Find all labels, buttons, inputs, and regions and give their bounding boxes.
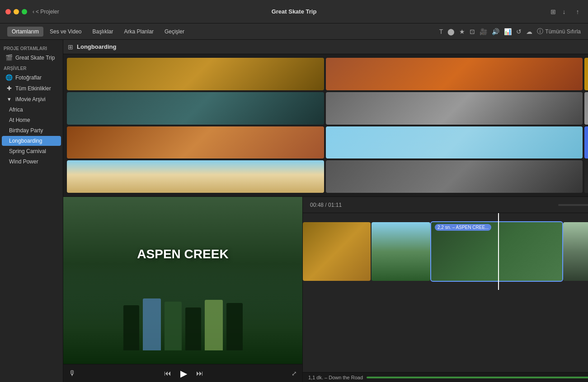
sidebar-all-events-label: Tüm Etkinlikler <box>15 85 51 92</box>
thumb-11[interactable] <box>326 160 583 193</box>
preview-controls: 🎙 ⏮ ▶ ⏭ ⤢ <box>63 364 302 382</box>
reset-button[interactable]: Tümünü Sıfırla <box>545 28 581 35</box>
preview-title-overlay: ASPEN CREEK <box>137 247 228 261</box>
sidebar-item-birthday[interactable]: Birthday Party <box>2 126 61 135</box>
star-icon[interactable]: ★ <box>459 28 465 35</box>
thumb-10[interactable] <box>67 160 324 193</box>
mic-icon[interactable]: 🎙 <box>69 369 76 377</box>
skip-back-button[interactable]: ⏮ <box>164 369 171 377</box>
status-progress <box>367 377 588 378</box>
sidebar-spring-carnival-label: Spring Carnival <box>9 148 46 154</box>
timeline-clips: 2,2 sn. – ASPEN CREE... ⊞ 🐦 ⊡ <box>303 213 588 290</box>
sidebar-item-imovie-archive[interactable]: ▾ iMovie Arşivi <box>2 94 61 104</box>
archive-expand-icon: ▾ <box>5 96 13 102</box>
chevron-left-icon: ‹ <box>33 9 34 15</box>
thumb-5[interactable] <box>326 92 583 125</box>
tab-ortamlarim[interactable]: Ortamlarım <box>7 27 43 37</box>
text-icon[interactable]: T <box>439 28 443 35</box>
status-bar: 1,1 dk. – Down the Road <box>303 372 588 382</box>
close-button[interactable] <box>5 9 11 14</box>
preview-video: ASPEN CREEK <box>63 197 302 364</box>
timeline-clip-1[interactable] <box>303 222 371 281</box>
thumbnail-grid: 11,5 sn. <box>63 54 588 196</box>
playhead[interactable] <box>498 213 499 290</box>
sidebar-section-projects: PROJE ORTAMLARI <box>0 43 63 52</box>
fullscreen-icon[interactable]: ⤢ <box>292 370 297 377</box>
preview-timeline: ASPEN CREEK 🎙 ⏮ ▶ ⏭ ⤢ 00:48 / 01:11 <box>63 197 588 382</box>
thumb-1[interactable] <box>67 58 324 90</box>
tab-ses-video[interactable]: Ses ve Video <box>45 27 86 37</box>
thumb-9[interactable]: 11,5 sn. <box>584 126 588 159</box>
titlebar-right: ⊞ ↓ ↑ <box>548 7 583 17</box>
sidebar-item-africa[interactable]: Africa <box>2 105 61 115</box>
tab-gecisler[interactable]: Geçişler <box>160 27 189 37</box>
grid-view-icon[interactable]: ⊞ <box>548 7 558 17</box>
sidebar-item-wind-power[interactable]: Wind Power <box>2 157 61 167</box>
photos-icon: 🌐 <box>5 74 13 81</box>
timeline-track[interactable]: 2,2 sn. – ASPEN CREE... ⊞ 🐦 ⊡ <box>303 213 588 372</box>
thumb-3[interactable] <box>584 58 588 90</box>
back-button[interactable]: ‹ < Projeler <box>33 9 59 15</box>
cloud-icon[interactable]: ☁ <box>526 28 532 35</box>
toolbar-icons: T ⬤ ★ ⊡ 🎥 🔊 📊 ↺ ☁ ⓘ <box>439 28 544 36</box>
sidebar-athome-label: At Home <box>9 117 30 123</box>
thumb-2[interactable] <box>326 58 583 90</box>
timeline-area: 00:48 / 01:11 ⛰ Ayarlar <box>303 197 588 382</box>
media-browser-header: ⊞ Longboarding Reddedileni Gizle ▾ 🔍 Ara… <box>63 40 588 54</box>
timeline-header: 00:48 / 01:11 ⛰ Ayarlar <box>303 197 588 213</box>
crop-icon[interactable]: ⊡ <box>470 28 475 35</box>
sidebar-item-all-events[interactable]: ✚ Tüm Etkinlikler <box>2 83 61 93</box>
sidebar-imovie-archive-label: iMovie Arşivi <box>15 96 46 102</box>
minimize-button[interactable] <box>14 9 19 14</box>
toolbar: Ortamlarım Ses ve Video Başlıklar Arka P… <box>0 23 588 40</box>
clip-3-label: 2,2 sn. – ASPEN CREE... <box>435 224 491 231</box>
skip-forward-button[interactable]: ⏭ <box>196 369 203 377</box>
media-browser: ⊞ Longboarding Reddedileni Gizle ▾ 🔍 Ara… <box>63 40 588 197</box>
content-area: ⊞ Longboarding Reddedileni Gizle ▾ 🔍 Ara… <box>63 40 588 382</box>
media-browser-title: Longboarding <box>77 43 116 50</box>
tab-arka-planlar[interactable]: Arka Planlar <box>120 27 158 37</box>
grid-toggle-icon[interactable]: ⊞ <box>68 43 73 51</box>
sidebar-africa-label: Africa <box>9 107 23 113</box>
camera-icon[interactable]: 🎥 <box>480 28 487 35</box>
info-icon[interactable]: ⓘ <box>537 28 543 36</box>
timeline-clip-4[interactable]: ⊞ 🐦 ⊡ <box>563 222 588 281</box>
time-display: 00:48 / 01:11 <box>310 202 342 208</box>
preview-panel: ASPEN CREEK 🎙 ⏮ ▶ ⏭ ⤢ <box>63 197 303 382</box>
thumb-6[interactable] <box>584 92 588 125</box>
film-icon: 🎬 <box>5 54 13 61</box>
thumb-12[interactable] <box>584 160 588 193</box>
window-title: Great Skate Trip <box>272 8 317 15</box>
tab-basliklar[interactable]: Başlıklar <box>88 27 118 37</box>
window-buttons <box>0 9 27 14</box>
timeline-clip-2[interactable] <box>372 222 430 281</box>
stabilize-icon[interactable]: ↺ <box>516 28 522 35</box>
back-label: < Projeler <box>36 9 59 15</box>
sidebar-item-project[interactable]: 🎬 Great Skate Trip <box>2 52 61 63</box>
sidebar-project-label: Great Skate Trip <box>15 55 55 61</box>
play-button[interactable]: ▶ <box>180 368 187 379</box>
bottom-area: ASPEN CREEK 🎙 ⏮ ▶ ⏭ ⤢ 00:48 / 01:11 <box>63 197 588 382</box>
sidebar-item-athome[interactable]: At Home <box>2 115 61 125</box>
share-icon[interactable]: ↑ <box>573 7 583 17</box>
sidebar-item-photos[interactable]: 🌐 Fotoğraflar <box>2 72 61 83</box>
titlebar: ‹ < Projeler Great Skate Trip ⊞ ↓ ↑ <box>0 0 588 23</box>
audio-icon[interactable]: 🔊 <box>492 28 499 35</box>
sidebar-photos-label: Fotoğraflar <box>15 75 42 81</box>
chart-icon[interactable]: 📊 <box>504 28 512 35</box>
thumb-8[interactable] <box>326 126 583 159</box>
thumb-7[interactable] <box>67 126 324 159</box>
color-icon[interactable]: ⬤ <box>447 28 455 35</box>
sidebar: PROJE ORTAMLARI 🎬 Great Skate Trip ARŞİV… <box>0 40 63 382</box>
thumb-4[interactable] <box>67 92 324 125</box>
sidebar-birthday-label: Birthday Party <box>9 127 43 134</box>
main-area: PROJE ORTAMLARI 🎬 Great Skate Trip ARŞİV… <box>0 40 588 382</box>
maximize-button[interactable] <box>22 9 27 14</box>
timeline-clip-3[interactable]: 2,2 sn. – ASPEN CREE... <box>431 222 562 281</box>
sidebar-item-spring-carnival[interactable]: Spring Carnival <box>2 146 61 156</box>
events-icon: ✚ <box>5 85 13 92</box>
sidebar-item-longboarding[interactable]: Longboarding <box>2 136 61 146</box>
sort-icon[interactable]: ↓ <box>559 7 569 17</box>
sidebar-longboarding-label: Longboarding <box>9 138 42 144</box>
sidebar-section-archives: ARŞİVLER <box>0 63 63 72</box>
